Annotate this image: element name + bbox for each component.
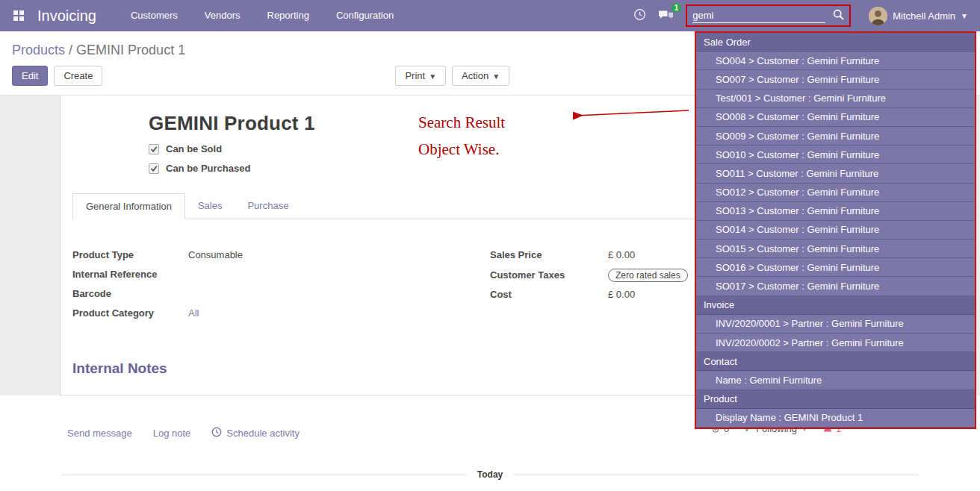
send-message-button[interactable]: Send message	[67, 428, 132, 439]
log-note-button[interactable]: Log note	[153, 428, 191, 439]
search-result-item[interactable]: SO015 > Customer : Gemini Furniture	[696, 240, 975, 258]
search-result-item[interactable]: SO010 > Customer : Gemini Furniture	[696, 146, 975, 164]
can-be-purchased-label: Can be Purchased	[166, 163, 250, 174]
search-result-item[interactable]: INV/2020/0001 > Partner : Gemini Furnitu…	[696, 315, 975, 334]
search-input[interactable]	[692, 8, 825, 23]
barcode-field: Barcode	[72, 288, 460, 301]
product-category-field: Product Category All	[72, 307, 460, 320]
barcode-label: Barcode	[72, 288, 188, 299]
menu-configuration[interactable]: Configuration	[323, 0, 407, 31]
edit-button[interactable]: Edit	[12, 66, 48, 86]
menu-reporting[interactable]: Reporting	[254, 0, 323, 31]
top-navbar: Invoicing Customers Vendors Reporting Co…	[0, 0, 980, 31]
navbar-search-box	[686, 4, 851, 27]
clock-icon	[633, 8, 646, 23]
search-result-item[interactable]: SO009 > Customer : Gemini Furniture	[696, 127, 975, 146]
product-type-value: Consumable	[188, 249, 243, 260]
can-be-purchased-checkbox[interactable]	[149, 163, 159, 174]
systray: 1 Mitchell Admin ▼	[633, 4, 974, 27]
activities-button[interactable]	[633, 8, 646, 23]
search-result-item[interactable]: INV/2020/0002 > Partner : Gemini Furnitu…	[696, 334, 975, 352]
messages-button[interactable]: 1	[658, 9, 674, 23]
can-be-sold-checkbox[interactable]	[149, 144, 159, 154]
search-result-item[interactable]: SO013 > Customer : Gemini Furniture	[696, 202, 975, 221]
user-avatar	[869, 7, 887, 25]
search-section-contact: Contact	[696, 352, 975, 371]
chevron-down-icon: ▼	[492, 72, 500, 81]
app-title[interactable]: Invoicing	[37, 7, 96, 25]
chevron-down-icon: ▼	[961, 12, 968, 20]
tab-general-information[interactable]: General Information	[72, 193, 185, 219]
can-be-sold-label: Can be Sold	[166, 143, 222, 154]
search-result-item[interactable]: Display Name : GEMINI Product 1	[696, 409, 975, 428]
search-results-dropdown: Sale Order SO004 > Customer : Gemini Fur…	[695, 31, 976, 429]
messages-count-badge: 1	[672, 3, 682, 13]
clock-icon	[211, 427, 222, 440]
apps-menu-button[interactable]	[6, 0, 31, 31]
user-menu[interactable]: Mitchell Admin ▼	[863, 7, 974, 25]
breadcrumb-separator: /	[69, 43, 72, 57]
user-name: Mitchell Admin	[893, 10, 955, 22]
tab-sales[interactable]: Sales	[185, 193, 235, 219]
search-section-invoice: Invoice	[696, 296, 975, 315]
search-result-item[interactable]: SO012 > Customer : Gemini Furniture	[696, 184, 975, 202]
search-result-item[interactable]: SO008 > Customer : Gemini Furniture	[696, 108, 975, 127]
search-result-item[interactable]: SO007 > Customer : Gemini Furniture	[696, 70, 975, 89]
schedule-activity-button[interactable]: Schedule activity	[211, 427, 300, 440]
customer-taxes-label: Customer Taxes	[490, 269, 608, 281]
print-dropdown-button[interactable]: Print▼	[395, 66, 446, 86]
search-result-item[interactable]: Test/001 > Customer : Gemini Furniture	[696, 90, 975, 108]
chat-bubbles-icon	[658, 9, 674, 23]
sales-price-label: Sales Price	[490, 249, 608, 260]
date-divider: Today	[61, 469, 919, 480]
search-result-item[interactable]: SO016 > Customer : Gemini Furniture	[696, 258, 975, 277]
breadcrumb-current: GEMINI Product 1	[76, 43, 185, 57]
chevron-down-icon: ▼	[429, 72, 436, 81]
search-result-item[interactable]: SO017 > Customer : Gemini Furniture	[696, 277, 975, 295]
internal-notes-heading: Internal Notes	[72, 360, 460, 377]
product-type-field: Product Type Consumable	[72, 249, 460, 262]
product-type-label: Product Type	[72, 249, 188, 260]
search-icon[interactable]	[833, 9, 844, 22]
search-result-item[interactable]: SO014 > Customer : Gemini Furniture	[696, 221, 975, 240]
internal-reference-field: Internal Reference	[72, 269, 460, 281]
search-section-sale-order: Sale Order	[696, 33, 975, 51]
menu-customers[interactable]: Customers	[117, 0, 191, 31]
main-menu: Customers Vendors Reporting Configuratio…	[117, 0, 407, 31]
cost-label: Cost	[490, 289, 608, 300]
internal-reference-label: Internal Reference	[72, 269, 188, 280]
tab-purchase[interactable]: Purchase	[235, 193, 301, 219]
search-result-item[interactable]: Name : Gemini Furniture	[696, 371, 975, 390]
apps-grid-icon	[13, 10, 24, 21]
menu-vendors[interactable]: Vendors	[191, 0, 254, 31]
customer-taxes-badge: Zero rated sales	[608, 269, 688, 282]
cost-value: £ 0.00	[608, 289, 635, 300]
sales-price-value: £ 0.00	[608, 249, 635, 260]
search-result-item[interactable]: SO011 > Customer : Gemini Furniture	[696, 164, 975, 183]
search-result-item[interactable]: SO004 > Customer : Gemini Furniture	[696, 51, 975, 70]
create-button[interactable]: Create	[54, 66, 102, 86]
action-dropdown-button[interactable]: Action▼	[452, 66, 509, 86]
product-category-label: Product Category	[72, 307, 188, 319]
invoicing-app-screen: Invoicing Customers Vendors Reporting Co…	[0, 0, 980, 491]
search-section-product: Product	[696, 390, 975, 409]
breadcrumb-products-link[interactable]: Products	[12, 43, 65, 57]
product-category-value[interactable]: All	[188, 307, 199, 319]
